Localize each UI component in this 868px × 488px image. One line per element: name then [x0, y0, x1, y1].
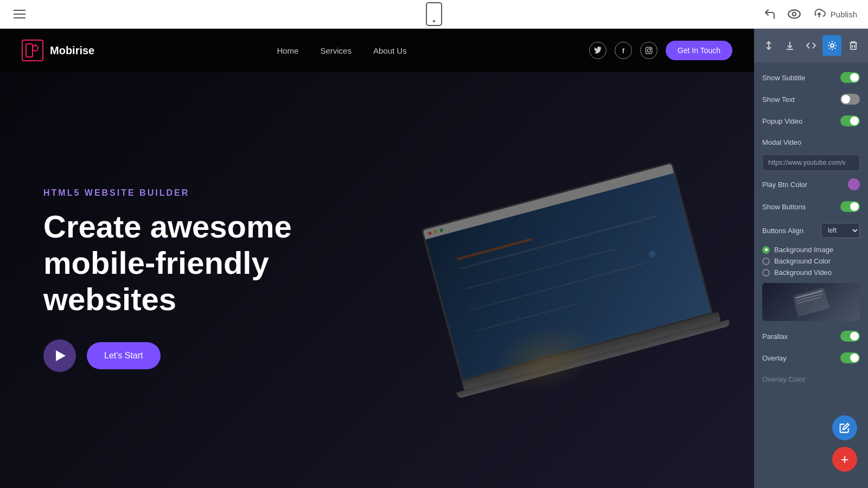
- svg-point-7: [650, 48, 650, 49]
- parallax-row: Parallax: [754, 325, 868, 347]
- bg-video-radio-circle: [762, 269, 770, 277]
- hamburger-menu[interactable]: [11, 7, 28, 21]
- hero-section: HTML5 WEBSITE BUILDER Create awesome mob…: [0, 72, 754, 488]
- show-subtitle-toggle[interactable]: [840, 72, 860, 83]
- delete-button[interactable]: [844, 35, 863, 56]
- parallax-label: Parallax: [762, 332, 840, 341]
- edit-fab-button[interactable]: [832, 415, 857, 440]
- top-bar-right: Publish: [763, 8, 857, 21]
- publish-label: Publish: [831, 10, 857, 19]
- bg-image-radio[interactable]: Background Image: [762, 246, 860, 254]
- toolbar-icons-row: [754, 29, 868, 62]
- popup-video-row: Popup Video: [754, 110, 868, 132]
- nav-link-about[interactable]: About Us: [373, 46, 407, 55]
- add-icon: +: [840, 452, 848, 466]
- bg-color-radio-circle: [762, 258, 770, 265]
- svg-point-0: [788, 10, 800, 18]
- nav-link-services[interactable]: Services: [320, 46, 352, 55]
- add-fab-button[interactable]: +: [832, 447, 857, 472]
- modal-video-row: Modal Video: [754, 132, 868, 152]
- svg-point-1: [793, 12, 796, 16]
- nav-right: f Get In Touch: [589, 41, 732, 60]
- top-bar: Publish: [0, 0, 868, 29]
- parallax-toggle[interactable]: [840, 331, 860, 342]
- bg-video-label: Background Video: [774, 268, 832, 277]
- overlay-toggle[interactable]: [840, 352, 860, 363]
- overlay-label: Overlay: [762, 354, 840, 362]
- svg-rect-5: [646, 47, 652, 54]
- overlay-row: Overlay: [754, 347, 868, 369]
- undo-icon[interactable]: [763, 8, 776, 21]
- play-triangle-icon: [56, 350, 66, 361]
- show-text-label: Show Text: [762, 95, 840, 104]
- preview-logo: Mobirise: [22, 40, 94, 61]
- bg-video-radio[interactable]: Background Video: [762, 268, 860, 277]
- code-button[interactable]: [802, 35, 821, 56]
- logo-icon: [22, 40, 43, 61]
- play-btn-color-label: Play Btn Color: [762, 181, 848, 189]
- show-buttons-row: Show Buttons: [754, 196, 868, 217]
- hero-content: HTML5 WEBSITE BUILDER Create awesome mob…: [0, 156, 380, 404]
- buttons-align-label: Buttons Align: [762, 227, 821, 235]
- sort-button[interactable]: [760, 35, 778, 56]
- modal-video-input[interactable]: [762, 155, 860, 171]
- facebook-icon[interactable]: f: [615, 42, 632, 59]
- bg-color-label: Background Color: [774, 257, 831, 265]
- preview-icon[interactable]: [787, 9, 801, 20]
- background-type-group: Background Image Background Color Backgr…: [754, 243, 868, 279]
- nav-links: Home Services About Us: [277, 46, 406, 55]
- cloud-upload-icon: [812, 9, 826, 20]
- play-video-button[interactable]: [43, 339, 76, 372]
- download-button[interactable]: [781, 35, 800, 56]
- get-in-touch-button[interactable]: Get In Touch: [666, 41, 732, 60]
- bg-color-radio[interactable]: Background Color: [762, 257, 860, 265]
- settings-button[interactable]: [822, 35, 841, 56]
- fab-container: +: [832, 415, 857, 472]
- twitter-icon[interactable]: [589, 42, 607, 59]
- svg-rect-2: [26, 44, 33, 57]
- bg-thumbnail[interactable]: [762, 283, 860, 321]
- show-subtitle-row: Show Subtitle: [754, 67, 868, 88]
- website-preview: Mobirise Home Services About Us f Get In…: [0, 29, 754, 488]
- svg-point-3: [33, 46, 38, 51]
- hero-title: Create awesome mobile-friendly websites: [43, 209, 336, 317]
- instagram-icon[interactable]: [640, 42, 658, 59]
- play-btn-color-row: Play Btn Color: [754, 173, 868, 196]
- logo-name: Mobirise: [50, 44, 94, 57]
- bg-image-label: Background Image: [774, 246, 833, 254]
- popup-video-label: Popup Video: [762, 117, 840, 125]
- lets-start-button[interactable]: Let's Start: [87, 342, 161, 369]
- svg-rect-12: [851, 43, 856, 49]
- hero-subtitle: HTML5 WEBSITE BUILDER: [43, 188, 336, 198]
- publish-button[interactable]: Publish: [812, 9, 857, 20]
- preview-navbar: Mobirise Home Services About Us f Get In…: [0, 29, 754, 72]
- nav-link-home[interactable]: Home: [277, 46, 298, 55]
- bg-image-radio-circle: [762, 246, 770, 254]
- show-buttons-label: Show Buttons: [762, 203, 840, 211]
- popup-video-toggle[interactable]: [840, 115, 860, 126]
- top-bar-left: [11, 7, 28, 21]
- mobile-device-icon[interactable]: [426, 2, 442, 26]
- modal-video-label: Modal Video: [762, 138, 860, 146]
- play-btn-color-swatch[interactable]: [848, 178, 860, 190]
- buttons-align-row: Buttons Align left center right: [754, 217, 868, 243]
- show-text-toggle[interactable]: [840, 94, 860, 105]
- show-subtitle-label: Show Subtitle: [762, 74, 840, 82]
- svg-point-6: [647, 49, 650, 52]
- show-buttons-toggle[interactable]: [840, 201, 860, 212]
- show-text-row: Show Text: [754, 88, 868, 110]
- hero-buttons: Let's Start: [43, 339, 336, 372]
- svg-point-11: [831, 44, 834, 47]
- overlay-color-label: Overlay Color: [762, 375, 860, 383]
- top-bar-center: [426, 2, 442, 26]
- canvas-area: Mobirise Home Services About Us f Get In…: [0, 29, 868, 488]
- buttons-align-select[interactable]: left center right: [821, 223, 860, 238]
- overlay-color-row: Overlay Color: [754, 369, 868, 389]
